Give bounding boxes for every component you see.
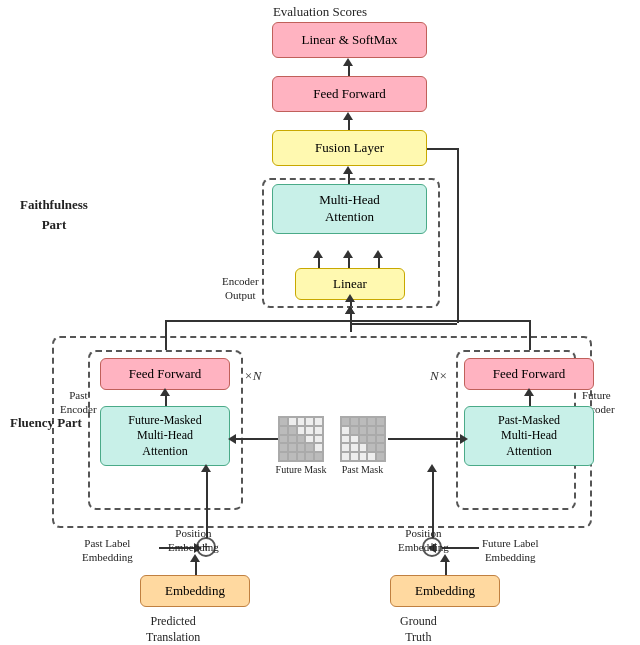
past-masked-label: Past-Masked Multi-Head Attention: [498, 413, 560, 460]
linear-softmax-box: Linear & SoftMax: [272, 22, 427, 58]
nx-right-label: N×: [430, 368, 447, 384]
feed-forward-right-box: Feed Forward: [464, 358, 594, 390]
fluency-part-label: Fluency Part: [10, 415, 82, 431]
past-mask-grid: [340, 416, 386, 462]
arrowhead-embl-up: [190, 554, 200, 562]
arrow-futuremask-to-fma: [234, 438, 278, 440]
predicted-translation-label: Predicted Translation: [146, 614, 200, 645]
arrowhead-ff-to-softmax: [343, 58, 353, 66]
encoder-output-label: Encoder Output: [222, 274, 259, 303]
arrowhead-fmha-to-ffl: [160, 388, 170, 396]
arrow-fusion-bottom-h: [350, 323, 457, 325]
arrowhead-fusion-to-ff: [343, 112, 353, 120]
fusion-layer-box: Fusion Layer: [272, 130, 427, 166]
feed-forward-left-label: Feed Forward: [129, 366, 202, 383]
arrow-right-enc-up: [529, 320, 531, 350]
past-label-embedding-label: Past Label Embedding: [82, 536, 133, 565]
embedding-right-box: Embedding: [390, 575, 500, 607]
arrowhead-pmha-to-ffr: [524, 388, 534, 396]
arrowhead-futuremask-to-fma: [228, 434, 236, 444]
ground-truth-label: Ground Truth: [400, 614, 437, 645]
past-masked-attention-box: Past-Masked Multi-Head Attention: [464, 406, 594, 466]
feed-forward-top-label: Feed Forward: [313, 86, 386, 103]
nx-left-label: ×N: [244, 368, 261, 384]
arrowhead-embr-up: [440, 554, 450, 562]
position-embedding-right-label: Position Embedding: [398, 526, 449, 555]
past-mask-label: Past Mask: [330, 464, 395, 475]
arrow-h-right-to-center: [350, 320, 529, 322]
arrow-fusion-right-down: [457, 148, 459, 323]
future-label-embedding-label: Future Label Embedding: [482, 536, 539, 565]
evaluation-scores-label: Evaluation Scores: [0, 4, 640, 20]
faithfulness-dashed-box: [262, 178, 440, 308]
arrowhead-mha-to-fusion: [343, 166, 353, 174]
linear-softmax-label: Linear & SoftMax: [301, 32, 397, 49]
arrow-h-left-to-center: [165, 320, 350, 322]
arrow-fusion-right: [427, 148, 457, 150]
future-mask-grid: [278, 416, 324, 462]
future-masked-attention-box: Future-Masked Multi-Head Attention: [100, 406, 230, 466]
feed-forward-left-box: Feed Forward: [100, 358, 230, 390]
arrowhead-pastmask-to-pma: [460, 434, 468, 444]
feed-forward-right-label: Feed Forward: [493, 366, 566, 383]
diagram: Evaluation Scores Linear & SoftMax Feed …: [0, 0, 640, 645]
position-embedding-left-label: Position Embedding: [168, 526, 219, 555]
arrowhead-plus-r-up: [427, 464, 437, 472]
fusion-layer-label: Fusion Layer: [315, 140, 384, 157]
arrowhead-center-up: [345, 306, 355, 314]
faithfulness-part-label: FaithfulnessPart: [20, 195, 88, 234]
feed-forward-top-box: Feed Forward: [272, 76, 427, 112]
future-masked-label: Future-Masked Multi-Head Attention: [128, 413, 201, 460]
embedding-left-label: Embedding: [165, 583, 225, 600]
arrow-left-enc-up: [165, 320, 167, 350]
embedding-right-label: Embedding: [415, 583, 475, 600]
arrowhead-plus-l-up: [201, 464, 211, 472]
future-mask-label: Future Mask: [266, 464, 336, 475]
embedding-left-box: Embedding: [140, 575, 250, 607]
past-encoder-label: Past Encoder: [60, 388, 97, 417]
arrow-pastmask-to-pma: [388, 438, 462, 440]
